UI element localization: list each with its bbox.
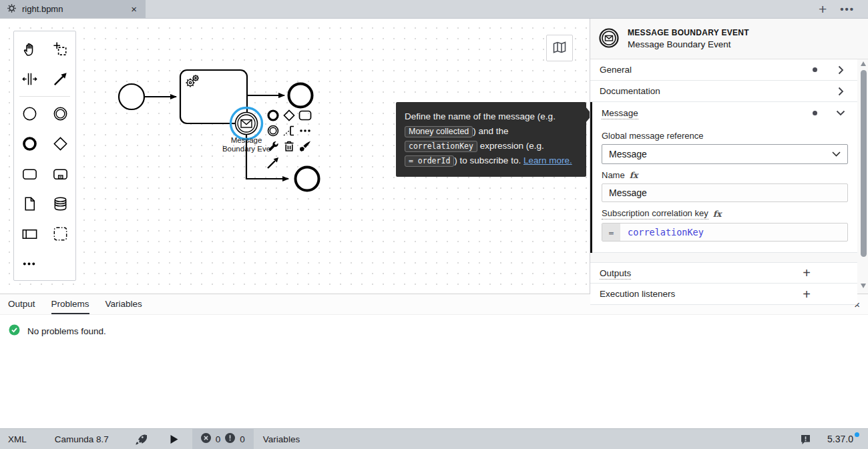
name-label: Name fx bbox=[602, 170, 848, 180]
end-event-1-shape[interactable] bbox=[289, 84, 312, 107]
tab-right-bpmn[interactable]: right.bpmn × bbox=[0, 0, 146, 18]
problems-content: No problems found. bbox=[0, 315, 868, 347]
create-data-object[interactable] bbox=[14, 189, 45, 219]
status-bar-right: 5.37.0 bbox=[792, 429, 868, 449]
create-task[interactable] bbox=[14, 159, 45, 189]
properties-panel: MESSAGE BOUNDARY EVENT Message Boundary … bbox=[590, 19, 868, 294]
space-tool[interactable] bbox=[14, 64, 45, 94]
add-output-button[interactable]: + bbox=[803, 266, 811, 280]
end-event-2-shape[interactable] bbox=[296, 167, 319, 191]
create-intermediate-event[interactable] bbox=[45, 99, 75, 129]
create-start-event[interactable] bbox=[14, 99, 45, 129]
message-boundary-event-shape[interactable] bbox=[236, 113, 258, 135]
create-end-event[interactable] bbox=[14, 129, 45, 159]
append-end-event-icon[interactable] bbox=[265, 107, 281, 123]
add-execution-listener-button[interactable]: + bbox=[803, 288, 811, 301]
global-message-reference-label: Global message reference bbox=[602, 131, 848, 141]
palette-empty-cell bbox=[45, 249, 75, 279]
group-documentation[interactable]: Documentation bbox=[590, 81, 857, 102]
more-tools-icon[interactable] bbox=[14, 249, 45, 279]
new-tab-button[interactable]: + bbox=[819, 2, 827, 16]
tab-variables[interactable]: Variables bbox=[105, 294, 142, 314]
close-tab-icon[interactable]: × bbox=[129, 3, 139, 15]
delete-trash-icon[interactable] bbox=[281, 138, 297, 153]
create-group[interactable] bbox=[45, 219, 75, 249]
group-general-dot bbox=[813, 67, 817, 72]
global-connect-tool[interactable] bbox=[45, 64, 75, 94]
group-execution-listeners-label: Execution listeners bbox=[600, 289, 803, 299]
group-general[interactable]: General bbox=[590, 59, 857, 81]
problems-count-button[interactable]: 0 0 bbox=[192, 429, 254, 449]
feedback-bubble-icon[interactable] bbox=[792, 429, 819, 449]
more-actions-icon[interactable] bbox=[297, 123, 313, 138]
boundary-event-label-line1[interactable]: Message bbox=[231, 136, 262, 144]
append-text-annotation-icon[interactable] bbox=[281, 123, 297, 138]
workspace: Message Boundary Eve bbox=[0, 19, 868, 294]
connect-arrow-icon[interactable] bbox=[265, 156, 281, 169]
update-available-dot bbox=[855, 432, 859, 437]
scrollbar-thumb[interactable] bbox=[861, 70, 867, 257]
append-intermediate-event-icon[interactable] bbox=[265, 123, 281, 138]
warning-count: 0 bbox=[240, 434, 245, 444]
group-outputs[interactable]: Outputs + bbox=[590, 262, 857, 284]
context-pad bbox=[265, 107, 313, 169]
hand-tool[interactable] bbox=[14, 34, 45, 64]
bpmn-canvas[interactable]: Message Boundary Eve bbox=[0, 19, 590, 294]
scrollbar-up-arrow[interactable] bbox=[861, 61, 866, 66]
subscription-correlation-key-label: Subscription correlation key fx bbox=[602, 208, 848, 219]
version-button[interactable]: 5.37.0 bbox=[822, 429, 861, 449]
play-run-icon[interactable] bbox=[162, 429, 187, 449]
boundary-event-label-line2[interactable]: Boundary Eve bbox=[222, 145, 270, 153]
error-count: 0 bbox=[216, 434, 221, 444]
subscription-correlation-key-input[interactable]: = correlationKey bbox=[602, 223, 848, 242]
create-participant[interactable] bbox=[14, 219, 45, 249]
create-gateway[interactable] bbox=[45, 129, 75, 159]
tab-output[interactable]: Output bbox=[8, 294, 35, 314]
fx-feel-toggle-icon[interactable]: fx bbox=[630, 170, 638, 180]
learn-more-link[interactable]: Learn more. bbox=[523, 155, 572, 165]
chevron-right-icon bbox=[833, 65, 848, 75]
scrollbar-down-arrow[interactable] bbox=[861, 284, 866, 288]
bpmn-file-gear-icon bbox=[7, 3, 17, 15]
format-brush-icon[interactable] bbox=[297, 138, 313, 153]
lasso-tool[interactable] bbox=[45, 34, 75, 64]
deploy-rocket-icon[interactable] bbox=[126, 429, 155, 449]
create-subprocess[interactable] bbox=[45, 159, 75, 189]
minimap-toggle-button[interactable] bbox=[546, 35, 573, 61]
group-message-open: Message Global message reference Message bbox=[590, 102, 857, 253]
global-message-reference-select[interactable]: Message bbox=[602, 144, 848, 164]
tooltip-chip-correlation-key: correlationKey bbox=[405, 141, 477, 152]
append-task-icon[interactable] bbox=[297, 107, 313, 123]
tab-overflow-menu-icon[interactable]: ••• bbox=[840, 3, 855, 15]
xml-toggle-button[interactable]: XML bbox=[0, 429, 35, 449]
engine-version-button[interactable]: Camunda 8.7 bbox=[47, 429, 117, 449]
group-general-label: General bbox=[600, 65, 813, 75]
warning-circle-icon bbox=[225, 433, 235, 445]
bottom-panel: Output Problems Variables × No problems … bbox=[0, 294, 868, 428]
group-message-dot bbox=[813, 111, 817, 115]
message-group-tooltip: Define the name of the message (e.g. Mon… bbox=[396, 102, 586, 177]
name-input[interactable]: Message bbox=[602, 183, 848, 202]
group-execution-listeners[interactable]: Execution listeners + bbox=[590, 284, 857, 305]
properties-scrollbar[interactable] bbox=[860, 61, 867, 288]
modeler-window: right.bpmn × + ••• bbox=[0, 0, 868, 449]
tooltip-text: expression (e.g. bbox=[480, 141, 544, 151]
fx-feel-toggle-icon[interactable]: fx bbox=[713, 209, 722, 219]
chevron-right-icon bbox=[833, 87, 848, 96]
variables-button[interactable]: Variables bbox=[255, 429, 308, 449]
tooltip-text: ) to subscribe bbox=[454, 155, 508, 165]
change-type-wrench-icon[interactable] bbox=[265, 138, 281, 153]
select-chevron-icon bbox=[832, 151, 841, 157]
tab-problems[interactable]: Problems bbox=[51, 294, 89, 314]
start-event-shape[interactable] bbox=[119, 84, 144, 109]
chevron-down-icon bbox=[833, 110, 848, 116]
create-data-store[interactable] bbox=[45, 189, 75, 219]
group-message-header[interactable]: Message bbox=[592, 102, 857, 123]
tab-bar-actions: + ••• bbox=[819, 0, 868, 18]
group-outputs-label: Outputs bbox=[600, 268, 803, 278]
append-gateway-icon[interactable] bbox=[281, 107, 297, 123]
tooltip-text: ) and the bbox=[473, 126, 508, 136]
tooltip-chip-order-id: = orderId bbox=[405, 155, 454, 167]
palette-separator bbox=[19, 96, 70, 97]
service-task-shape[interactable] bbox=[180, 70, 247, 123]
